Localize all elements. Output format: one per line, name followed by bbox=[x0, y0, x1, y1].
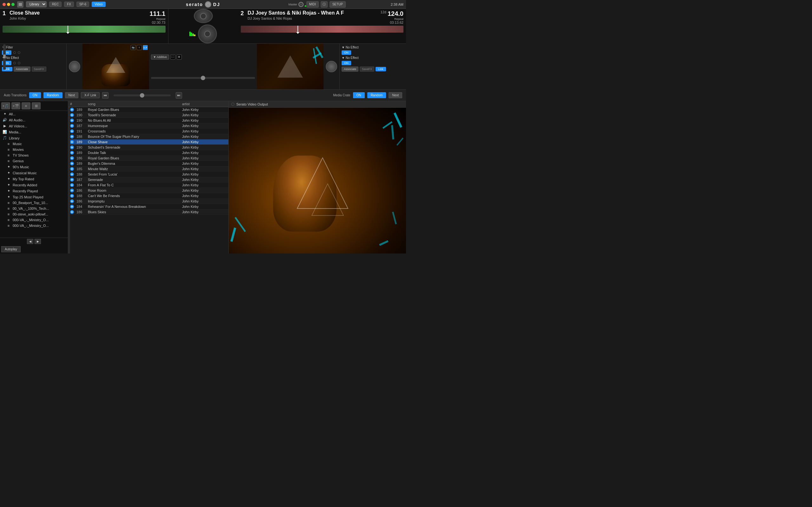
savefx-button-left[interactable]: SaveFX bbox=[32, 66, 46, 72]
sidebar-item-va100[interactable]: ≡ 00_VA_-_100%_Tech... bbox=[0, 206, 68, 211]
table-row[interactable]: ▶189Bugler's DilemmaJohn Kirby bbox=[68, 161, 229, 166]
row-icon: ▶ bbox=[70, 205, 77, 209]
table-row[interactable]: ▶185Minute WaltzJohn Kirby bbox=[68, 166, 229, 172]
link-button-right[interactable]: Link bbox=[375, 67, 386, 71]
row-artist: John Kirby bbox=[182, 129, 226, 133]
sidebar-item-ministry2[interactable]: ≡ 000-VA_-_Ministry_O... bbox=[0, 223, 68, 228]
sidebar-item-ministry1[interactable]: ≡ 000-VA_-_Ministry_O... bbox=[0, 217, 68, 223]
sidebar-item-all-videos[interactable]: ▶ All Videos... bbox=[0, 123, 68, 129]
close-window-btn[interactable] bbox=[3, 3, 6, 6]
prev-transport-btn[interactable]: ⏮ bbox=[102, 92, 108, 99]
sidebar-item-classical[interactable]: ✦ Classical Music bbox=[0, 170, 68, 176]
add-video-icon[interactable]: +🎬 bbox=[11, 102, 20, 109]
sidebar-item-media[interactable]: 📊 Media... bbox=[0, 129, 68, 135]
sidebar-item-recently-played[interactable]: ✦ Recently Played bbox=[0, 188, 68, 194]
table-row[interactable]: ▶186Blues SkiesJohn Kirby bbox=[68, 210, 229, 215]
expand-icon[interactable]: ⛶ bbox=[170, 55, 175, 60]
additive-dropdown[interactable]: ▼ Additive bbox=[151, 55, 169, 60]
library-icon[interactable] bbox=[17, 1, 23, 8]
row-icon: ▶ bbox=[70, 118, 77, 122]
library-select[interactable]: Library bbox=[26, 1, 47, 7]
setup-button[interactable]: SETUP bbox=[329, 1, 346, 8]
table-row[interactable]: ▶189Close ShaveJohn Kirby bbox=[68, 139, 229, 145]
deck1-vinyl-knob[interactable] bbox=[194, 9, 213, 23]
table-row[interactable]: ▶187HumoresqueJohn Kirby bbox=[68, 123, 229, 129]
sidebar-item-recently-added[interactable]: ✦ Recently Added bbox=[0, 182, 68, 188]
maximize-window-btn[interactable] bbox=[11, 3, 14, 6]
grid-view-icon[interactable]: ⊞ bbox=[32, 102, 41, 109]
video-button[interactable]: Video bbox=[92, 2, 105, 7]
table-row[interactable]: ▶189Royal Garden BluesJohn Kirby bbox=[68, 107, 229, 112]
resize-handle[interactable] bbox=[68, 101, 70, 253]
xf-link-button[interactable]: X-F Link bbox=[81, 92, 100, 98]
right-knob[interactable] bbox=[326, 61, 337, 72]
table-row[interactable]: ▶187SerenadeJohn Kirby bbox=[68, 177, 229, 182]
sidebar-item-top-rated[interactable]: ✦ My Top Rated bbox=[0, 176, 68, 182]
xf-crossfader[interactable] bbox=[151, 77, 255, 79]
minimize-window-btn[interactable] bbox=[7, 3, 10, 6]
vc-text-icon[interactable]: T bbox=[137, 45, 142, 50]
transitions-random-button[interactable]: Random bbox=[44, 92, 62, 98]
table-row[interactable]: ▶190Schubert's SerenadeJohn Kirby bbox=[68, 145, 229, 150]
table-row[interactable]: ▶191CrossroadsJohn Kirby bbox=[68, 129, 229, 134]
media-on-button[interactable]: ON bbox=[353, 92, 365, 98]
transitions-on-button[interactable]: ON bbox=[29, 92, 41, 98]
table-row[interactable]: ▶184From A Flat To CJohn Kirby bbox=[68, 182, 229, 188]
deck2-waveform[interactable] bbox=[241, 26, 404, 33]
right-on1-button[interactable]: ON bbox=[342, 50, 351, 55]
row-song: Royal Garden Blues bbox=[88, 108, 182, 112]
table-row[interactable]: ▶190No Blues At AllJohn Kirby bbox=[68, 118, 229, 123]
right-on2-button[interactable]: ON bbox=[342, 61, 351, 65]
filter-knob[interactable] bbox=[69, 61, 80, 72]
table-row[interactable]: ▶188Sextet From 'Lucia'John Kirby bbox=[68, 172, 229, 177]
vc-xf-button[interactable]: X-F bbox=[143, 45, 148, 50]
deck2-vinyl-knob[interactable] bbox=[198, 24, 217, 43]
table-row[interactable]: ▶184Rehearsin' For A Nervous BreakdownJo… bbox=[68, 204, 229, 210]
beatport-icon: ≡ bbox=[6, 201, 11, 205]
row-artist: John Kirby bbox=[182, 140, 226, 144]
deck2-info: 2 DJ Joey Santos & Niki Rojas - When A F… bbox=[241, 10, 404, 24]
next-transport-btn[interactable]: ⏭ bbox=[176, 92, 182, 99]
table-row[interactable]: ▶186Rose RoomJohn Kirby bbox=[68, 188, 229, 193]
midi-button[interactable]: MIDI bbox=[306, 1, 319, 8]
nav-next-btn[interactable]: ▶ bbox=[35, 239, 41, 244]
sp6-button[interactable]: SP-6 bbox=[77, 2, 89, 7]
savefx-button-right[interactable]: SaveFX bbox=[360, 66, 374, 72]
media-next-button[interactable]: Next bbox=[389, 92, 402, 98]
fx-button[interactable]: FX bbox=[64, 2, 74, 7]
sidebar-item-aoki[interactable]: ≡ 00-steve_aoki-pillowf... bbox=[0, 211, 68, 217]
sidebar-item-movies[interactable]: ≡ Movies bbox=[0, 147, 68, 153]
sidebar-item-all[interactable]: ✦ All... bbox=[0, 111, 68, 117]
autoplay-button[interactable]: Autoplay bbox=[1, 246, 20, 252]
table-row[interactable]: ▶188Can't We Be FriendsJohn Kirby bbox=[68, 193, 229, 199]
deck1-waveform[interactable] bbox=[3, 26, 165, 33]
sidebar-item-all-audio[interactable]: 🔊 All Audio... bbox=[0, 117, 68, 123]
rec-button[interactable]: REC bbox=[49, 2, 61, 7]
transitions-slider[interactable] bbox=[113, 95, 171, 96]
sidebar-item-90s[interactable]: ✦ 90's Music bbox=[0, 164, 68, 170]
sidebar-item-genius[interactable]: ≡ Genius bbox=[0, 158, 68, 164]
master-knob[interactable] bbox=[299, 2, 304, 7]
sidebar-item-beatport[interactable]: ≡ 00_Beatport_Top_10... bbox=[0, 200, 68, 206]
transitions-next-button[interactable]: Next bbox=[65, 92, 79, 98]
add-icon[interactable]: +🎵 bbox=[1, 102, 10, 109]
video-output-close-btn[interactable] bbox=[231, 103, 235, 106]
sidebar-item-top25[interactable]: ✦ Top 25 Most Played bbox=[0, 194, 68, 200]
sidebar-item-library[interactable]: 🎵 Library bbox=[0, 135, 68, 141]
associate-button-right[interactable]: Associate bbox=[342, 66, 358, 72]
table-row[interactable]: ▶186ImpromptuJohn Kirby bbox=[68, 199, 229, 204]
fullscreen-icon[interactable]: ⊞ bbox=[177, 55, 182, 60]
sidebar-item-music[interactable]: ≡ Music bbox=[0, 141, 68, 147]
table-row[interactable]: ▶188Bounce Of The Sugar Plum FairyJohn K… bbox=[68, 134, 229, 139]
nav-prev-btn[interactable]: ◀ bbox=[27, 239, 33, 244]
table-row[interactable]: ▶189Double TalkJohn Kirby bbox=[68, 150, 229, 156]
media-random-button[interactable]: Random bbox=[367, 92, 386, 98]
table-row[interactable]: ▶190Toselli's SerenadeJohn Kirby bbox=[68, 112, 229, 118]
sidebar-item-tv-shows[interactable]: ≡ TV Shows bbox=[0, 153, 68, 158]
list-view-icon[interactable]: ≡ bbox=[21, 102, 31, 109]
filter-dot2 bbox=[18, 51, 20, 54]
info-button[interactable]: ⓘ bbox=[321, 1, 328, 8]
vc-camera-icon[interactable]: 📷 bbox=[131, 45, 136, 50]
associate-button-left[interactable]: Associate bbox=[14, 66, 31, 72]
table-row[interactable]: ▶186Royal Garden BluesJohn Kirby bbox=[68, 156, 229, 161]
